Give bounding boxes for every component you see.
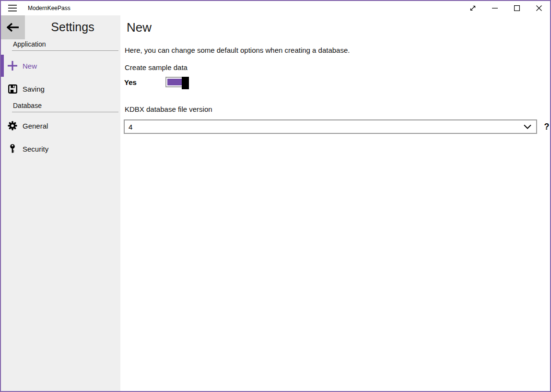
sidebar-item-new[interactable]: New	[1, 55, 120, 77]
selection-indicator	[1, 138, 4, 160]
sidebar-item-label: Saving	[23, 85, 45, 93]
create-sample-data-toggle[interactable]	[165, 77, 186, 87]
window-title: ModernKeePass	[28, 1, 70, 15]
sidebar-item-label: General	[23, 122, 48, 130]
hamburger-menu-button[interactable]	[4, 1, 21, 15]
section-header-database: Database	[12, 101, 118, 112]
back-button[interactable]	[1, 15, 25, 39]
titlebar: ModernKeePass	[1, 1, 550, 15]
window-controls	[462, 1, 550, 15]
sidebar-item-label: New	[23, 62, 37, 70]
page-title: New	[127, 20, 152, 35]
toggle-knob[interactable]	[182, 77, 189, 89]
modernkeepass-window: { "titlebar": { "app_title": "ModernKeeP…	[0, 0, 551, 392]
sidebar-title: Settings	[25, 20, 120, 34]
section-header-application: Application	[12, 39, 118, 51]
selection-indicator	[1, 55, 4, 77]
help-button[interactable]: ?	[541, 120, 551, 133]
settings-sidebar: Settings Application New Saving Database	[1, 15, 120, 391]
gear-icon	[8, 121, 17, 131]
kdbx-version-dropdown[interactable]: 4	[124, 119, 537, 134]
hamburger-icon	[8, 5, 17, 12]
maximize-icon	[514, 5, 520, 11]
selection-indicator	[1, 115, 4, 137]
create-sample-data-label: Create sample data	[125, 63, 188, 71]
dropdown-selected-value: 4	[129, 123, 524, 131]
close-icon	[536, 5, 542, 11]
question-mark-icon: ?	[544, 122, 550, 132]
fullscreen-icon	[469, 5, 476, 12]
sidebar-item-saving[interactable]: Saving	[1, 78, 120, 100]
selection-indicator	[1, 78, 4, 100]
plus-icon	[8, 61, 17, 71]
toggle-track-fill	[167, 79, 184, 85]
close-button[interactable]	[528, 1, 550, 15]
sidebar-item-label: Security	[23, 145, 48, 153]
save-icon	[8, 84, 17, 94]
chevron-down-icon	[524, 124, 531, 129]
toggle-state-label: Yes	[124, 78, 137, 86]
fullscreen-button[interactable]	[462, 1, 484, 15]
settings-page-new: New Here, you can change some default op…	[120, 15, 550, 391]
sidebar-item-security[interactable]: Security	[1, 138, 120, 160]
key-icon	[8, 144, 17, 154]
page-description: Here, you can change some default option…	[125, 46, 350, 54]
kdbx-version-label: KDBX database file version	[125, 105, 212, 113]
minimize-button[interactable]	[484, 1, 506, 15]
minimize-icon	[492, 5, 498, 11]
maximize-button[interactable]	[506, 1, 528, 15]
back-arrow-icon	[7, 23, 19, 32]
sidebar-item-general[interactable]: General	[1, 115, 120, 137]
